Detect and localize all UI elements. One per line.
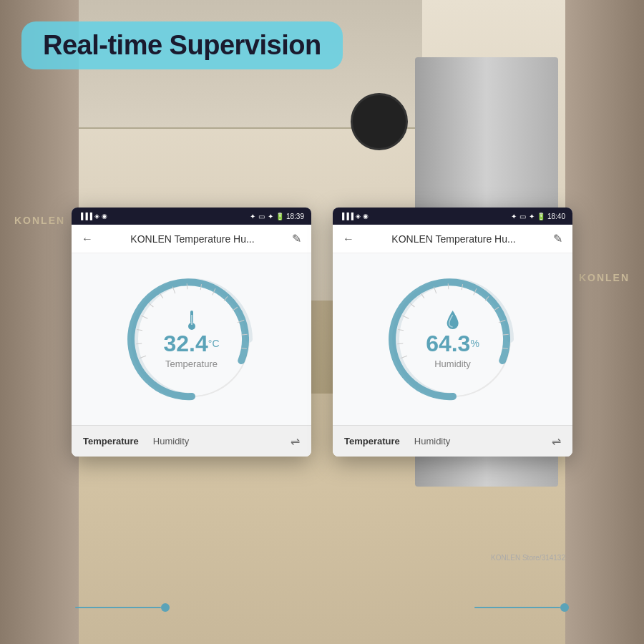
phone-left: ▐▐▐ ◈ ◉ ✦ ▭ ✦ 🔋 18:39 ← KONLEN Temperatu…	[72, 208, 311, 457]
signal-icon-r: ▐▐▐	[340, 213, 353, 220]
battery-icon: ▭	[258, 213, 265, 220]
gauge-label-left: Temperature	[165, 358, 218, 369]
tab-humidity-left[interactable]: Humidity	[153, 436, 190, 447]
battery-icon-r: ▭	[519, 213, 526, 220]
scroll-indicator-right	[474, 603, 569, 612]
tab-temperature-left[interactable]: Temperature	[83, 436, 139, 447]
svg-line-33	[502, 334, 508, 335]
temperature-gauge: 32.4°C Temperature	[120, 268, 263, 411]
humidity-gauge: 64.3% Humidity	[381, 268, 525, 411]
back-button-left[interactable]: ←	[82, 233, 93, 245]
wifi-icon-r: ◈	[356, 213, 361, 220]
scroll-line-left	[75, 607, 161, 608]
gauge-area-left: 32.4°C Temperature	[72, 253, 311, 425]
wifi-icon: ◈	[94, 213, 99, 220]
back-button-right[interactable]: ←	[343, 233, 354, 245]
edit-button-left[interactable]: ✎	[292, 232, 301, 245]
gauge-label-right: Humidity	[434, 358, 471, 369]
svg-line-27	[448, 283, 449, 289]
phone-right: ▐▐▐ ◈ ◉ ✦ ▭ ✦ 🔋 18:40 ← KONLEN Temperatu…	[333, 208, 572, 457]
svg-rect-18	[191, 315, 192, 325]
clock-display	[351, 93, 408, 150]
edit-button-right[interactable]: ✎	[553, 232, 562, 245]
bluetooth-icon-r: ✦	[511, 213, 517, 220]
svg-line-2	[136, 343, 142, 344]
time-left: ✦ 🔋 18:39	[268, 213, 304, 220]
bottom-tabs-left: Temperature Humidity ⇌	[72, 425, 311, 457]
status-right-left-icons: ▐▐▐ ◈ ◉	[340, 213, 369, 220]
tab-temperature-right[interactable]: Temperature	[344, 436, 400, 447]
filter-icon-right[interactable]: ⇌	[552, 434, 561, 448]
signal-icon: ▐▐▐	[79, 213, 92, 220]
konlen-label-left: KONLEN	[14, 215, 65, 226]
droplet-icon	[444, 309, 461, 331]
bluetooth-icon: ✦	[250, 213, 255, 220]
app-title-left: KONLEN Temperature Hu...	[100, 233, 285, 245]
phones-row: ▐▐▐ ◈ ◉ ✦ ▭ ✦ 🔋 18:39 ← KONLEN Temperatu…	[72, 208, 572, 457]
svg-line-21	[397, 343, 403, 344]
cabinet-right	[565, 0, 644, 644]
status-right-info: ✦ ▭ ✦ 🔋 18:39	[250, 213, 304, 220]
konlen-label-right: KONLEN	[579, 272, 630, 283]
filter-icon-left[interactable]: ⇌	[291, 434, 300, 448]
gauge-value-left: 32.4°C	[164, 331, 220, 357]
title-bubble: Real-time Supervision	[21, 21, 343, 69]
time-right: ✦ 🔋 18:40	[529, 213, 565, 220]
notification-icon: ◉	[102, 213, 107, 220]
notification-icon-r: ◉	[363, 213, 369, 220]
status-bar-left: ▐▐▐ ◈ ◉ ✦ ▭ ✦ 🔋 18:39	[72, 208, 311, 225]
cabinet-left	[0, 0, 79, 644]
page-title: Real-time Supervision	[43, 30, 321, 60]
scroll-dot-left	[161, 603, 170, 612]
scroll-dot-right	[560, 603, 569, 612]
thermometer-icon	[183, 309, 200, 331]
status-bar-right: ▐▐▐ ◈ ◉ ✦ ▭ ✦ 🔋 18:40	[333, 208, 572, 225]
app-header-left: ← KONLEN Temperature Hu... ✎	[72, 225, 311, 253]
store-watermark: KONLEN Store/314132	[491, 554, 565, 562]
bottom-tabs-right: Temperature Humidity ⇌	[333, 425, 572, 457]
gauge-center-right: 64.3% Humidity	[426, 309, 479, 369]
app-title-right: KONLEN Temperature Hu...	[361, 233, 546, 245]
svg-line-14	[241, 334, 247, 335]
gauge-value-right: 64.3%	[426, 331, 479, 357]
scroll-line-right	[474, 607, 560, 608]
gauge-center-left: 32.4°C Temperature	[164, 309, 220, 369]
gauge-area-right: 64.3% Humidity	[333, 253, 572, 425]
scroll-indicator-left	[75, 603, 170, 612]
app-header-right: ← KONLEN Temperature Hu... ✎	[333, 225, 572, 253]
status-left-icons: ▐▐▐ ◈ ◉	[79, 213, 107, 220]
tab-humidity-right[interactable]: Humidity	[414, 436, 451, 447]
status-right-info-r: ✦ ▭ ✦ 🔋 18:40	[511, 213, 565, 220]
svg-line-8	[187, 283, 187, 289]
